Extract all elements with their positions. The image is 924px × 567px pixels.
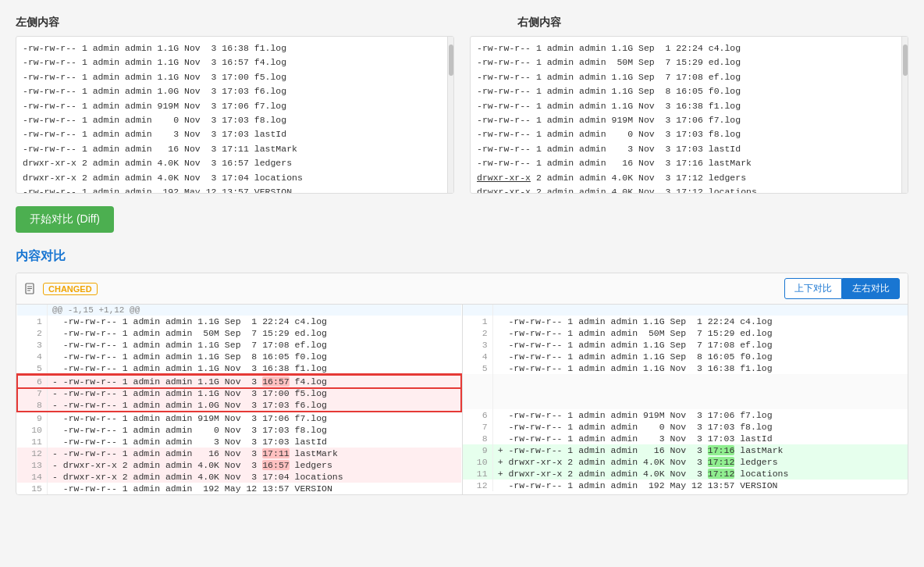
- table-row: 10 -rw-rw-r-- 1 admin admin 0 Nov 3 17:0…: [17, 424, 461, 436]
- table-row: 5 -rw-rw-r-- 1 admin admin 1.1G Nov 3 16…: [17, 362, 461, 375]
- table-row: 11 + drwxr-xr-x 2 admin admin 4.0K Nov 3…: [463, 468, 908, 480]
- right-diff-table: 1 -rw-rw-r-- 1 admin admin 1.1G Sep 1 22…: [463, 305, 908, 491]
- diff-button[interactable]: 开始对比 (Diff): [16, 206, 114, 233]
- left-diff-table: @@ -1,15 +1,12 @@ 1 -rw-rw-r-- 1 admin a…: [16, 305, 462, 494]
- table-row: 7 -rw-rw-r-- 1 admin admin 0 Nov 3 17:03…: [463, 421, 908, 433]
- table-row: [463, 374, 908, 386]
- left-file-content: -rw-rw-r-- 1 admin admin 1.1G Nov 3 16:3…: [16, 37, 453, 193]
- table-row: 2 -rw-rw-r-- 1 admin admin 50M Sep 7 15:…: [17, 327, 461, 339]
- table-row: [463, 386, 908, 398]
- left-diff-side: @@ -1,15 +1,12 @@ 1 -rw-rw-r-- 1 admin a…: [16, 305, 462, 494]
- table-row: 1 -rw-rw-r-- 1 admin admin 1.1G Sep 1 22…: [17, 316, 461, 327]
- view-toggle: 上下对比 左右对比: [784, 278, 900, 299]
- content-compare-title: 内容对比: [16, 248, 908, 265]
- table-row: 5 -rw-rw-r-- 1 admin admin 1.1G Nov 3 16…: [463, 362, 908, 374]
- diff-header: CHANGED 上下对比 左右对比: [16, 273, 908, 305]
- table-row: 9 + -rw-rw-r-- 1 admin admin 16 Nov 3 17…: [463, 444, 908, 456]
- hunk-line: @@ -1,15 +1,12 @@: [17, 305, 461, 316]
- table-row: 13 - drwxr-xr-x 2 admin admin 4.0K Nov 3…: [17, 459, 461, 471]
- table-row: 6 -rw-rw-r-- 1 admin admin 919M Nov 3 17…: [463, 409, 908, 421]
- diff-container: CHANGED 上下对比 左右对比 @@ -1,15 +1,12 @@ 1 -r…: [16, 273, 908, 495]
- table-row: 1 -rw-rw-r-- 1 admin admin 1.1G Sep 1 22…: [463, 316, 908, 327]
- table-row: 4 -rw-rw-r-- 1 admin admin 1.1G Sep 8 16…: [17, 351, 461, 362]
- table-row: 3 -rw-rw-r-- 1 admin admin 1.1G Sep 7 17…: [17, 339, 461, 351]
- right-file-panel: -rw-rw-r-- 1 admin admin 1.1G Sep 1 22:2…: [470, 36, 908, 194]
- right-file-content: -rw-rw-r-- 1 admin admin 1.1G Sep 1 22:2…: [471, 37, 908, 193]
- table-row: 3 -rw-rw-r-- 1 admin admin 1.1G Sep 7 17…: [463, 339, 908, 351]
- table-row: 8 - -rw-rw-r-- 1 admin admin 1.0G Nov 3 …: [17, 399, 461, 412]
- vertical-view-button[interactable]: 上下对比: [784, 278, 842, 299]
- table-row: 11 -rw-rw-r-- 1 admin admin 3 Nov 3 17:0…: [17, 436, 461, 448]
- diff-body: @@ -1,15 +1,12 @@ 1 -rw-rw-r-- 1 admin a…: [16, 305, 908, 494]
- right-diff-side: 1 -rw-rw-r-- 1 admin admin 1.1G Sep 1 22…: [463, 305, 908, 494]
- changed-badge: CHANGED: [43, 283, 98, 295]
- table-row: 10 + drwxr-xr-x 2 admin admin 4.0K Nov 3…: [463, 456, 908, 468]
- table-row: 2 -rw-rw-r-- 1 admin admin 50M Sep 7 15:…: [463, 327, 908, 339]
- table-row: 6 - -rw-rw-r-- 1 admin admin 1.1G Nov 3 …: [17, 375, 461, 387]
- left-panel-title: 左侧内容: [16, 16, 59, 30]
- table-row: 15 -rw-rw-r-- 1 admin admin 192 May 12 1…: [17, 483, 461, 494]
- right-panel-title: 右侧内容: [517, 16, 561, 30]
- horizontal-view-button[interactable]: 左右对比: [842, 278, 900, 299]
- table-row: 12 - -rw-rw-r-- 1 admin admin 16 Nov 3 1…: [17, 448, 461, 459]
- table-row: 4 -rw-rw-r-- 1 admin admin 1.1G Sep 8 16…: [463, 351, 908, 362]
- table-row: [463, 398, 908, 409]
- table-row: 7 - -rw-rw-r-- 1 admin admin 1.1G Nov 3 …: [17, 387, 461, 399]
- table-row: 8 -rw-rw-r-- 1 admin admin 3 Nov 3 17:03…: [463, 433, 908, 444]
- table-row: 14 - drwxr-xr-x 2 admin admin 4.0K Nov 3…: [17, 471, 461, 483]
- hunk-line: [463, 305, 908, 316]
- left-file-panel: -rw-rw-r-- 1 admin admin 1.1G Nov 3 16:3…: [16, 36, 454, 194]
- file-icon: [24, 283, 37, 295]
- table-row: 12 -rw-rw-r-- 1 admin admin 192 May 12 1…: [463, 480, 908, 491]
- table-row: 9 -rw-rw-r-- 1 admin admin 919M Nov 3 17…: [17, 412, 461, 424]
